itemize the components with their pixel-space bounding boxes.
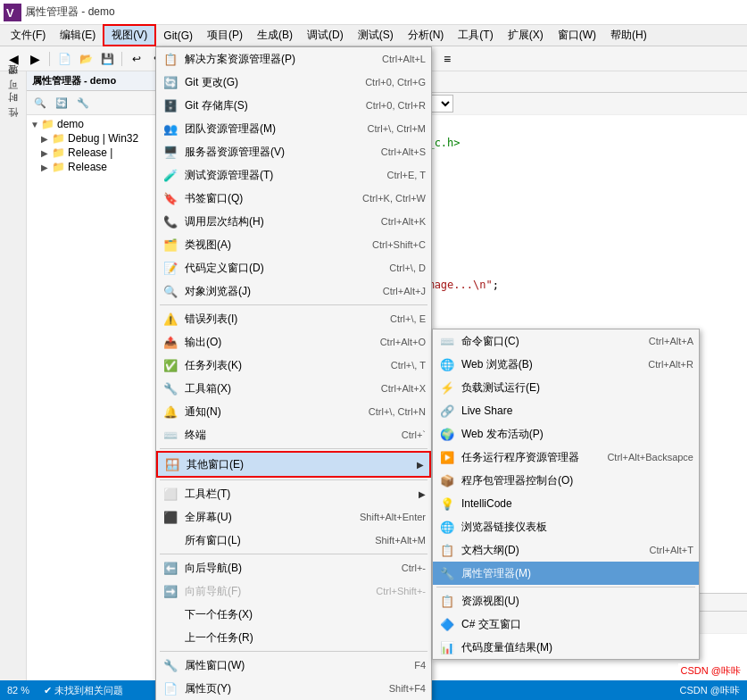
toolbox-icon: 🔧 xyxy=(162,379,179,397)
other-win-code-metrics[interactable]: 📊 代码度量值结果(M) xyxy=(433,636,699,659)
view-item-git-repo[interactable]: 🗄️ Git 存储库(S) Ctrl+0, Ctrl+R xyxy=(156,94,431,117)
view-item-test-explorer[interactable]: 🧪 测试资源管理器(T) Ctrl+E, T xyxy=(156,163,431,187)
live-share-icon: 🔗 xyxy=(438,402,456,420)
toolbar-more2[interactable]: ≡ xyxy=(437,49,457,69)
browser-link-icon: 🌐 xyxy=(438,518,456,536)
tree-label-demo: demo xyxy=(57,118,84,130)
menu-tools[interactable]: 工具(T) xyxy=(451,26,500,45)
sidebar-search-btn[interactable]: 🔍 xyxy=(30,93,50,112)
team-explorer-icon: 👥 xyxy=(162,120,179,138)
sidebar-refresh-btn[interactable]: 🔄 xyxy=(52,93,71,112)
tree-arrow-demo: ▼ xyxy=(30,120,41,129)
other-win-csharp-interactive[interactable]: 🔷 C# 交互窗口 xyxy=(433,612,699,636)
menu-build[interactable]: 生成(B) xyxy=(250,26,300,45)
menu-sep-5 xyxy=(160,651,427,652)
view-item-git-changes[interactable]: 🔄 Git 更改(G) Ctrl+0, Ctrl+G xyxy=(156,71,431,94)
tree-icon-release2: 📁 xyxy=(52,161,65,173)
other-win-web-publish[interactable]: 🌍 Web 发布活动(P) xyxy=(433,422,699,446)
menu-view[interactable]: 视图(V) xyxy=(103,24,156,46)
view-item-call-hierarchy[interactable]: 📞 调用层次结构(H) Ctrl+Alt+K xyxy=(156,210,431,233)
other-win-web-browser[interactable]: 🌐 Web 浏览器(B) Ctrl+Alt+R xyxy=(433,353,699,376)
other-win-resource-view[interactable]: 📋 资源视图(U) xyxy=(433,589,699,612)
other-win-package-manager[interactable]: 📦 程序包管理器控制台(O) xyxy=(433,469,699,492)
other-win-property-manager[interactable]: 🔧 属性管理器(M) xyxy=(433,562,699,585)
view-item-all-windows[interactable]: 所有窗口(L) Shift+Alt+M xyxy=(156,529,431,552)
warning-text: 未找到相关问题 xyxy=(54,684,123,697)
view-item-nav-forward[interactable]: ➡️ 向前导航(F) Ctrl+Shift+- xyxy=(156,579,431,603)
props-window-icon: 🔧 xyxy=(162,656,179,674)
view-item-object-browser[interactable]: 🔍 对象浏览器(J) Ctrl+Alt+J xyxy=(156,279,431,303)
view-item-code-definition[interactable]: 📝 代码定义窗口(D) Ctrl+\, D xyxy=(156,256,431,279)
other-win-task-runner[interactable]: ▶️ 任务运行程序资源管理器 Ctrl+Alt+Backsapce xyxy=(433,446,699,469)
view-item-notifications[interactable]: 🔔 通知(N) Ctrl+\, Ctrl+N xyxy=(156,400,431,423)
menu-window[interactable]: 窗口(W) xyxy=(551,26,603,45)
other-win-intellicode[interactable]: 💡 IntelliCode xyxy=(433,492,699,515)
sidebar-title-text: 属性管理器 - demo xyxy=(32,74,116,88)
view-item-class-view[interactable]: 🗂️ 类视图(A) Ctrl+Shift+C xyxy=(156,233,431,256)
tree-icon-release1: 📁 xyxy=(52,146,65,159)
view-item-server-explorer[interactable]: 🖥️ 服务器资源管理器(V) Ctrl+Alt+S xyxy=(156,140,431,163)
toolbar-open[interactable]: 📂 xyxy=(76,49,95,69)
view-item-other-windows[interactable]: 🪟 其他窗口(E) ▶ xyxy=(156,451,431,478)
toolbar-back[interactable]: ◀ xyxy=(4,49,23,69)
other-win-command[interactable]: ⌨️ 命令窗口(C) Ctrl+Alt+A xyxy=(433,329,699,353)
web-browser-icon: 🌐 xyxy=(438,355,456,373)
output-icon: 📤 xyxy=(162,333,179,351)
menu-analyze[interactable]: 分析(N) xyxy=(401,26,452,45)
toolbar-icon: ⬜ xyxy=(162,485,179,503)
menu-help[interactable]: 帮助(H) xyxy=(603,26,654,45)
tree-icon-demo: 📁 xyxy=(41,118,54,130)
menu-test[interactable]: 测试(S) xyxy=(351,26,401,45)
toolbar-new[interactable]: 📄 xyxy=(54,49,74,69)
bookmark-icon: 🔖 xyxy=(162,189,179,207)
menu-file[interactable]: 文件(F) xyxy=(4,26,53,45)
view-item-toolbox[interactable]: 🔧 工具箱(X) Ctrl+Alt+X xyxy=(156,377,431,400)
other-win-live-share[interactable]: 🔗 Live Share xyxy=(433,399,699,422)
menu-project[interactable]: 项目(P) xyxy=(200,26,250,45)
toolbar-undo[interactable]: ↩ xyxy=(127,49,146,69)
class-view-icon: 🗂️ xyxy=(162,236,179,254)
menu-extensions[interactable]: 扩展(X) xyxy=(501,26,551,45)
menu-edit[interactable]: 编辑(E) xyxy=(53,26,103,45)
view-item-nav-back[interactable]: ⬅️ 向后导航(B) Ctrl+- xyxy=(156,556,431,579)
status-csdn: CSDN @咔咔 xyxy=(680,684,740,697)
view-item-next-task[interactable]: 下一个任务(X) xyxy=(156,603,431,626)
watermark: CSDN @咔咔 xyxy=(678,663,743,679)
view-item-toolbar[interactable]: ⬜ 工具栏(T) ▶ xyxy=(156,482,431,505)
view-item-task-list[interactable]: ✅ 任务列表(K) Ctrl+\, T xyxy=(156,354,431,377)
other-win-document-outline[interactable]: 📋 文档大纲(D) Ctrl+Alt+T xyxy=(433,538,699,562)
other-win-browser-link[interactable]: 🌐 浏览器链接仪表板 xyxy=(433,515,699,538)
view-item-solution-explorer[interactable]: 📋 解决方案资源管理器(P) Ctrl+Alt+L xyxy=(156,47,431,71)
view-item-team-explorer[interactable]: 👥 团队资源管理器(M) Ctrl+\, Ctrl+M xyxy=(156,117,431,140)
view-item-terminal[interactable]: ⌨️ 终端 Ctrl+` xyxy=(156,423,431,446)
menu-bar: 文件(F) 编辑(E) 视图(V) Git(G) 项目(P) 生成(B) 调试(… xyxy=(0,25,747,46)
svg-text:V: V xyxy=(6,6,14,20)
other-win-load-test[interactable]: ⚡ 负载测试运行(E) xyxy=(433,376,699,399)
view-item-prev-task[interactable]: 上一个任务(R) xyxy=(156,626,431,649)
other-windows-dropdown: ⌨️ 命令窗口(C) Ctrl+Alt+A 🌐 Web 浏览器(B) Ctrl+… xyxy=(432,329,700,660)
other-windows-icon: 🪟 xyxy=(163,455,181,473)
menu-debug[interactable]: 调试(D) xyxy=(300,26,351,45)
view-item-properties-window[interactable]: 🔧 属性窗口(W) F4 xyxy=(156,654,431,677)
menu-git[interactable]: Git(G) xyxy=(156,28,200,44)
warning-icon: ✔ xyxy=(44,685,52,696)
tree-arrow-debug: ▶ xyxy=(41,134,52,144)
left-panel: 管理 可 时 性 xyxy=(0,71,27,700)
csharp-interactive-icon: 🔷 xyxy=(438,615,456,633)
title-bar: V 属性管理器 - demo xyxy=(0,0,747,25)
sidebar-properties-btn[interactable]: 🔧 xyxy=(73,93,93,112)
view-item-fullscreen[interactable]: ⬛ 全屏幕(U) Shift+Alt+Enter xyxy=(156,505,431,529)
view-item-output[interactable]: 📤 输出(O) Ctrl+Alt+O xyxy=(156,330,431,354)
menu-sep-4 xyxy=(160,554,427,554)
next-task-icon xyxy=(162,605,179,623)
all-windows-icon xyxy=(162,531,179,549)
view-item-bookmark[interactable]: 🔖 书签窗口(Q) Ctrl+K, Ctrl+W xyxy=(156,187,431,210)
intellicode-icon: 💡 xyxy=(438,495,456,512)
view-item-error-list[interactable]: ⚠️ 错误列表(I) Ctrl+\, E xyxy=(156,307,431,330)
menu-sep-2 xyxy=(160,448,427,449)
tree-icon-debug: 📁 xyxy=(52,132,65,145)
view-item-properties-page[interactable]: 📄 属性页(Y) Shift+F4 xyxy=(156,677,431,700)
command-window-icon: ⌨️ xyxy=(438,332,456,350)
toolbar-save[interactable]: 💾 xyxy=(97,49,117,69)
toolbar-forward[interactable]: ▶ xyxy=(25,49,45,69)
